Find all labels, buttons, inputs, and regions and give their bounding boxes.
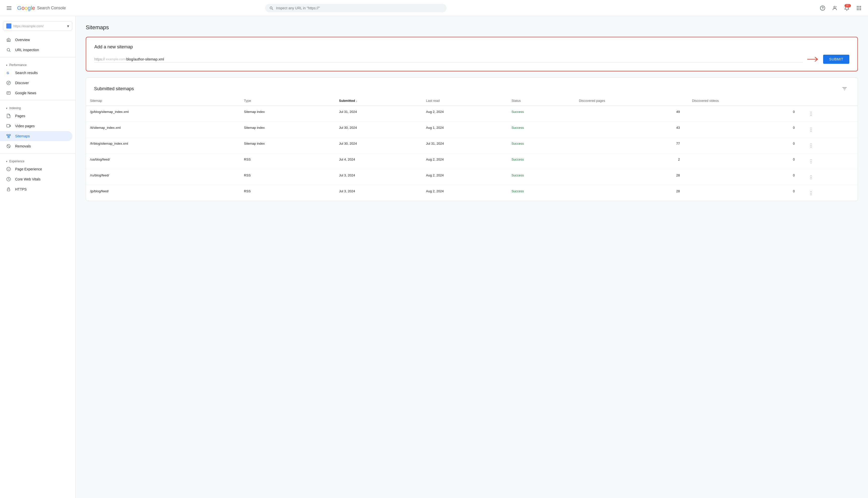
performance-section-text: Performance [9, 63, 27, 67]
layout: https://example.com/ ▾ Overview [0, 16, 868, 209]
cell-status: Success [507, 154, 575, 169]
cell-more-actions[interactable]: ⋮ [803, 106, 858, 122]
svg-rect-18 [9, 134, 11, 135]
sidebar-item-search-results[interactable]: G Search results [0, 68, 73, 78]
sidebar-item-https[interactable]: HTTPS [0, 184, 73, 194]
cell-submitted: Jul 30, 2024 [335, 122, 422, 137]
removals-icon [6, 144, 11, 149]
svg-point-1 [822, 9, 823, 9]
sidebar-item-page-experience[interactable]: Page Experience [0, 164, 73, 174]
col-discovered-pages: Discovered pages [575, 96, 688, 106]
performance-section-label: ▾ Performance [0, 59, 75, 68]
cell-status: Success [507, 106, 575, 122]
cell-type: RSS [240, 169, 335, 185]
removals-label: Removals [15, 144, 31, 148]
cell-discovered-videos: 0 [688, 169, 803, 185]
cell-discovered-videos: 0 [688, 154, 803, 169]
row-more-button[interactable]: ⋮ [807, 126, 815, 133]
sidebar-item-discover[interactable]: Discover [0, 78, 73, 88]
overview-label: Overview [15, 38, 30, 42]
row-more-button[interactable]: ⋮ [807, 173, 815, 181]
table-row: /ua/blog/feed/ RSS Jul 4, 2024 Aug 2, 20… [86, 154, 858, 169]
cell-more-actions[interactable]: ⋮ [803, 154, 858, 169]
apps-icon [856, 5, 862, 11]
cell-type: Sitemap index [240, 137, 335, 154]
sidebar-item-removals[interactable]: Removals [0, 141, 73, 151]
svg-point-13 [7, 48, 10, 51]
svg-point-22 [8, 169, 8, 169]
nav-main-section: Overview URL inspection [0, 35, 75, 55]
indexing-section-text: Indexing [9, 106, 21, 110]
sitemaps-icon [6, 134, 11, 139]
add-sitemap-input-row: https:// example.com/ SUBMIT [94, 55, 849, 64]
submitted-sitemaps-header: Submitted sitemaps [86, 78, 858, 96]
cell-last-read: Aug 1, 2024 [422, 122, 507, 137]
url-search-input[interactable] [276, 6, 443, 10]
cell-more-actions[interactable]: ⋮ [803, 122, 858, 137]
cell-sitemap: /ru/blog/feed/ [86, 169, 240, 185]
indexing-section-label: ▾ Indexing [0, 102, 75, 111]
apps-button[interactable] [854, 3, 864, 13]
cell-last-read: Jul 31, 2024 [422, 137, 507, 154]
accounts-button[interactable] [830, 3, 840, 13]
table-row: /jp/blog/feed/ RSS Jul 3, 2024 Aug 2, 20… [86, 185, 858, 201]
chevron-down-icon: ▾ [67, 24, 69, 28]
cell-more-actions[interactable]: ⋮ [803, 185, 858, 201]
chevron-icon-3: ▾ [6, 160, 7, 163]
svg-rect-12 [860, 9, 861, 10]
video-pages-icon [6, 123, 11, 129]
topbar: Google Search Console [0, 0, 868, 16]
submitted-title: Submitted sitemaps [94, 86, 134, 91]
col-actions [803, 96, 858, 106]
filter-icon [842, 86, 847, 91]
sidebar-item-pages[interactable]: Pages [0, 111, 73, 121]
page-title: Sitemaps [86, 24, 858, 31]
sidebar-item-url-inspection[interactable]: URL inspection [0, 45, 73, 55]
row-more-button[interactable]: ⋮ [807, 158, 815, 165]
google-news-label: Google News [15, 91, 36, 95]
cell-submitted: Jul 3, 2024 [335, 185, 422, 201]
chevron-icon: ▾ [6, 64, 7, 67]
cell-more-actions[interactable]: ⋮ [803, 169, 858, 185]
property-selector[interactable]: https://example.com/ ▾ [3, 21, 73, 31]
cell-submitted: Jul 31, 2024 [335, 106, 422, 122]
cell-more-actions[interactable]: ⋮ [803, 137, 858, 154]
row-more-button[interactable]: ⋮ [807, 142, 815, 149]
sidebar-item-video-pages[interactable]: Video pages [0, 121, 73, 131]
svg-rect-10 [857, 9, 858, 10]
sidebar-item-core-web-vitals[interactable]: Core Web Vitals [0, 174, 73, 184]
hamburger-icon [5, 4, 13, 12]
video-pages-label: Video pages [15, 124, 35, 128]
cell-status: Success [507, 185, 575, 201]
svg-rect-6 [860, 6, 861, 7]
core-web-vitals-icon [6, 177, 11, 182]
notifications-button[interactable]: 281 [842, 3, 852, 13]
experience-section-label: ▾ Experience [0, 156, 75, 164]
sitemap-input-container[interactable]: https:// example.com/ [94, 56, 803, 63]
col-status: Status [507, 96, 575, 106]
cell-type: Sitemap index [240, 122, 335, 137]
cell-last-read: Aug 2, 2024 [422, 185, 507, 201]
svg-point-21 [7, 167, 11, 171]
pages-label: Pages [15, 114, 25, 118]
search-icon [269, 6, 273, 10]
https-icon [6, 187, 11, 192]
sidebar-item-overview[interactable]: Overview [0, 35, 73, 45]
row-more-button[interactable]: ⋮ [807, 110, 815, 117]
hamburger-button[interactable] [4, 3, 14, 13]
sidebar-item-google-news[interactable]: Google News [0, 88, 73, 98]
row-more-button[interactable]: ⋮ [807, 189, 815, 197]
sitemap-path-input[interactable] [126, 57, 803, 61]
cell-discovered-videos: 0 [688, 122, 803, 137]
sidebar-item-sitemaps[interactable]: Sitemaps [0, 131, 73, 141]
filter-button[interactable] [840, 84, 850, 94]
submit-button[interactable]: SUBMIT [823, 55, 849, 64]
cell-discovered-videos: 0 [688, 137, 803, 154]
url-search-bar[interactable] [265, 4, 446, 12]
col-last-read: Last read [422, 96, 507, 106]
table-row: /it/sitemap_index.xml Sitemap index Jul … [86, 122, 858, 137]
app-title: Search Console [37, 6, 66, 10]
google-g-icon: G [6, 70, 11, 75]
help-button[interactable] [818, 3, 828, 13]
cell-submitted: Jul 3, 2024 [335, 169, 422, 185]
